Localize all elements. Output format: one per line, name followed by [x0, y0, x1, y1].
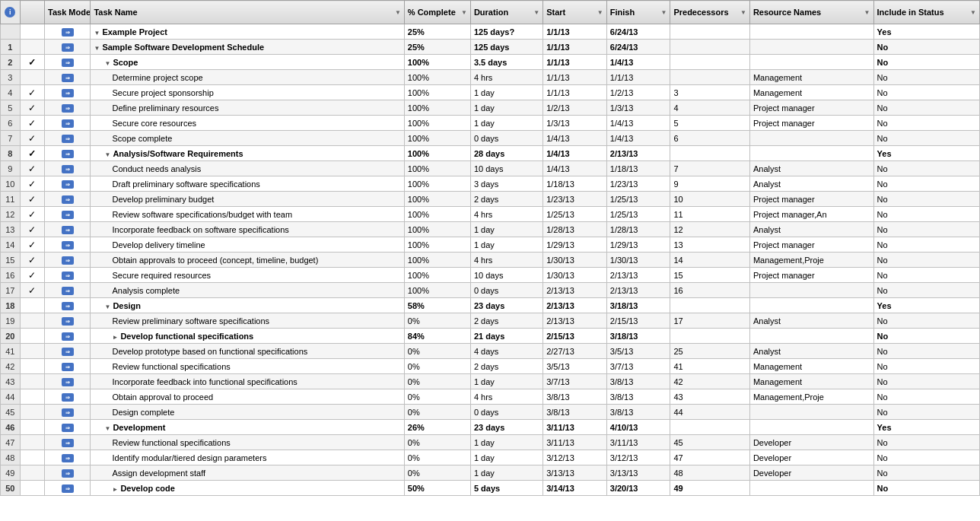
table-row[interactable]: 42⇒Review functional specifications0%2 d… [1, 359, 980, 374]
table-row[interactable]: 5✓⇒Define preliminary resources100%1 day… [1, 100, 980, 116]
row-task-name[interactable]: Review preliminary software specificatio… [91, 313, 404, 329]
row-task-name[interactable]: Develop preliminary budget [91, 192, 404, 207]
row-check: ✓ [20, 268, 45, 283]
task-mode-icon: ⇒ [62, 256, 74, 265]
row-task-name[interactable]: Obtain approvals to proceed (concept, ti… [91, 253, 404, 268]
row-task-name[interactable]: ▼Development [91, 420, 404, 435]
col-header-start[interactable]: Start ▼ [543, 1, 607, 24]
row-task-name[interactable]: ►Develop code [91, 481, 404, 496]
row-task-name[interactable]: Review functional specifications [91, 435, 404, 450]
row-task-name[interactable]: Identify modular/tiered design parameter… [91, 450, 404, 465]
table-row[interactable]: 20⇒►Develop functional specifications84%… [1, 329, 980, 344]
row-duration: 1 day [470, 100, 542, 116]
table-row[interactable]: 18⇒▼Design58%23 days2/13/133/18/13Yes [1, 298, 980, 313]
row-start: 1/18/13 [543, 176, 607, 192]
row-task-name[interactable]: ▼Sample Software Development Schedule [91, 40, 404, 55]
table-row[interactable]: 6✓⇒Secure core resources100%1 day1/3/131… [1, 116, 980, 131]
table-row[interactable]: 47⇒Review functional specifications0%1 d… [1, 435, 980, 450]
table-row[interactable]: 50⇒►Develop code50%5 days3/14/133/20/134… [1, 481, 980, 496]
row-task-name[interactable]: Design complete [91, 405, 404, 420]
col-header-task-mode[interactable]: Task Mode ▼ [45, 1, 91, 24]
table-row[interactable]: 17✓⇒Analysis complete100%0 days2/13/132/… [1, 283, 980, 298]
row-task-name[interactable]: Secure required resources [91, 268, 404, 283]
row-duration: 1 day [470, 116, 542, 131]
col-header-finish[interactable]: Finish ▼ [606, 1, 670, 24]
collapse-icon[interactable]: ▼ [94, 30, 100, 37]
row-task-name[interactable]: Develop delivery timeline [91, 237, 404, 253]
col-header-resources[interactable]: Resource Names ▼ [749, 1, 873, 24]
table-row[interactable]: 15✓⇒Obtain approvals to proceed (concept… [1, 253, 980, 268]
table-row[interactable]: 48⇒Identify modular/tiered design parame… [1, 450, 980, 465]
collapse-icon[interactable]: ▼ [104, 303, 110, 310]
row-check [20, 313, 45, 329]
table-row[interactable]: 16✓⇒Secure required resources100%10 days… [1, 268, 980, 283]
row-finish: 1/3/13 [606, 100, 670, 116]
table-row[interactable]: 10✓⇒Draft preliminary software specifica… [1, 176, 980, 192]
task-mode-icon: ⇒ [62, 59, 74, 67]
row-task-name[interactable]: Draft preliminary software specification… [91, 176, 404, 192]
collapse-icon[interactable]: ▼ [104, 151, 110, 158]
table-row[interactable]: 45⇒Design complete0%0 days3/8/133/8/1344… [1, 405, 980, 420]
task-mode-icon: ⇒ [62, 135, 74, 143]
table-row[interactable]: 43⇒Incorporate feedback into functional … [1, 374, 980, 389]
table-row[interactable]: 19⇒Review preliminary software specifica… [1, 313, 980, 329]
table-row[interactable]: 11✓⇒Develop preliminary budget100%2 days… [1, 192, 980, 207]
col-header-pred[interactable]: Predecessors ▼ [670, 1, 750, 24]
table-row[interactable]: 1⇒▼Sample Software Development Schedule2… [1, 40, 980, 55]
row-task-name[interactable]: Conduct needs analysis [91, 161, 404, 176]
col-header-task-name[interactable]: Task Name ▼ [91, 1, 404, 24]
expand-icon[interactable]: ► [112, 486, 118, 493]
row-predecessors: 10 [670, 192, 750, 207]
row-task-name[interactable]: Assign development staff [91, 465, 404, 481]
row-task-name[interactable]: Secure core resources [91, 116, 404, 131]
row-task-name[interactable]: Secure project sponsorship [91, 85, 404, 100]
table-row[interactable]: 41⇒Develop prototype based on functional… [1, 344, 980, 359]
row-task-name[interactable]: ▼Example Project [91, 24, 404, 40]
table-row[interactable]: 12✓⇒Review software specifications/budge… [1, 207, 980, 222]
row-resources [749, 420, 873, 435]
row-task-name[interactable]: Define preliminary resources [91, 100, 404, 116]
table-row[interactable]: 3⇒Determine project scope100%4 hrs1/1/13… [1, 70, 980, 85]
row-duration: 1 day [470, 222, 542, 237]
row-number: 5 [1, 100, 21, 116]
col-header-duration[interactable]: Duration ▼ [470, 1, 542, 24]
row-task-name[interactable]: Determine project scope [91, 70, 404, 85]
collapse-icon[interactable]: ▼ [104, 60, 110, 67]
row-task-name[interactable]: Scope complete [91, 131, 404, 146]
row-task-name[interactable]: Review functional specifications [91, 359, 404, 374]
table-row[interactable]: 14✓⇒Develop delivery timeline100%1 day1/… [1, 237, 980, 253]
row-task-name[interactable]: Incorporate feedback on software specifi… [91, 222, 404, 237]
table-row[interactable]: 2✓⇒▼Scope100%3.5 days1/1/131/4/13No [1, 55, 980, 70]
row-task-name[interactable]: Analysis complete [91, 283, 404, 298]
row-task-name[interactable]: Incorporate feedback into functional spe… [91, 374, 404, 389]
table-row[interactable]: 9✓⇒Conduct needs analysis100%10 days1/4/… [1, 161, 980, 176]
row-task-name[interactable]: ▼Analysis/Software Requirements [91, 146, 404, 161]
col-header-pct[interactable]: % Complete ▼ [404, 1, 470, 24]
table-row[interactable]: 4✓⇒Secure project sponsorship100%1 day1/… [1, 85, 980, 100]
expand-icon[interactable]: ► [112, 334, 118, 341]
table-row[interactable]: ⇒▼Example Project25%125 days?1/1/136/24/… [1, 24, 980, 40]
row-task-name[interactable]: Obtain approval to proceed [91, 389, 404, 405]
table-row[interactable]: 44⇒Obtain approval to proceed0%4 hrs3/8/… [1, 389, 980, 405]
collapse-icon[interactable]: ▼ [94, 45, 100, 52]
row-resources: Management [749, 85, 873, 100]
table-row[interactable]: 46⇒▼Development26%23 days3/11/134/10/13Y… [1, 420, 980, 435]
row-task-name[interactable]: ▼Design [91, 298, 404, 313]
table-row[interactable]: 13✓⇒Incorporate feedback on software spe… [1, 222, 980, 237]
collapse-icon[interactable]: ▼ [104, 425, 110, 432]
row-task-name[interactable]: ▼Scope [91, 55, 404, 70]
row-pct-complete: 100% [404, 146, 470, 161]
row-task-name[interactable]: Review software specifications/budget wi… [91, 207, 404, 222]
row-task-mode: ⇒ [45, 55, 91, 70]
table-row[interactable]: 8✓⇒▼Analysis/Software Requirements100%28… [1, 146, 980, 161]
col-header-include[interactable]: Include in Status ▼ [873, 1, 979, 24]
col-header-num: i [1, 1, 21, 24]
checkmark-icon: ✓ [28, 87, 36, 98]
row-pct-complete: 100% [404, 131, 470, 146]
row-finish: 1/4/13 [606, 116, 670, 131]
table-row[interactable]: 7✓⇒Scope complete100%0 days1/4/131/4/136… [1, 131, 980, 146]
table-row[interactable]: 49⇒Assign development staff0%1 day3/13/1… [1, 465, 980, 481]
row-task-name[interactable]: ►Develop functional specifications [91, 329, 404, 344]
row-task-mode: ⇒ [45, 40, 91, 55]
row-task-name[interactable]: Develop prototype based on functional sp… [91, 344, 404, 359]
